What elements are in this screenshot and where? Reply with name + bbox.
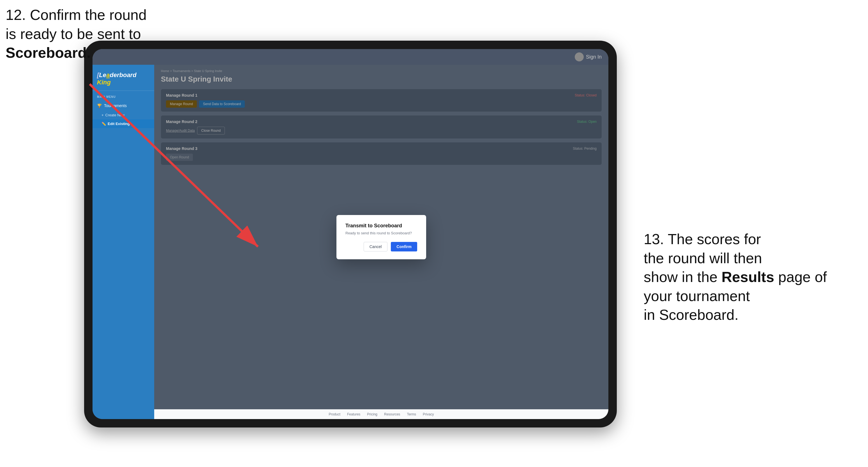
modal-subtitle: Ready to send this round to Scoreboard? <box>345 231 417 235</box>
trophy-icon: 🏆 <box>97 103 102 108</box>
footer-link-pricing[interactable]: Pricing <box>367 412 377 416</box>
footer: Product Features Pricing Resources Terms… <box>154 409 609 419</box>
footer-link-privacy[interactable]: Privacy <box>423 412 434 416</box>
footer-link-terms[interactable]: Terms <box>407 412 416 416</box>
user-avatar <box>575 53 584 61</box>
modal-confirm-button[interactable]: Confirm <box>391 242 417 251</box>
sidebar-item-create-new[interactable]: + Create New <box>93 111 154 119</box>
footer-link-resources[interactable]: Resources <box>384 412 400 416</box>
edit-icon: ✏️ <box>101 122 106 126</box>
modal-buttons: Cancel Confirm <box>345 242 417 251</box>
sidebar-item-tournaments[interactable]: 🏆 Tournaments <box>93 101 154 111</box>
main-menu-label: MAIN MENU <box>93 94 154 101</box>
tablet-device: Sign In [Leaderboard King MAIN MENU 🏆 To… <box>84 41 617 428</box>
footer-link-product[interactable]: Product <box>329 412 340 416</box>
footer-link-features[interactable]: Features <box>347 412 360 416</box>
logo-text: [Leaderboard King <box>97 71 150 86</box>
main-layout: [Leaderboard King MAIN MENU 🏆 Tournament… <box>93 65 609 419</box>
tablet-screen: Sign In [Leaderboard King MAIN MENU 🏆 To… <box>93 49 609 419</box>
sidebar: [Leaderboard King MAIN MENU 🏆 Tournament… <box>93 65 154 419</box>
modal-dialog: Transmit to Scoreboard Ready to send thi… <box>336 215 426 259</box>
content-area: Home > Tournaments > State U Spring Invi… <box>154 65 609 409</box>
annotation-top: 12. Confirm the round is ready to be sen… <box>6 6 147 63</box>
modal-overlay: Transmit to Scoreboard Ready to send thi… <box>154 65 609 409</box>
top-bar: Sign In <box>93 49 609 65</box>
modal-title: Transmit to Scoreboard <box>345 223 417 229</box>
annotation-bottom-right: 13. The scores for the round will then s… <box>644 230 862 324</box>
modal-cancel-button[interactable]: Cancel <box>364 242 388 251</box>
sidebar-item-edit-existing[interactable]: ✏️ Edit Existing <box>93 119 154 128</box>
sign-in-button[interactable]: Sign In <box>586 54 602 60</box>
plus-icon: + <box>101 113 104 117</box>
sidebar-logo: [Leaderboard King <box>93 69 154 91</box>
